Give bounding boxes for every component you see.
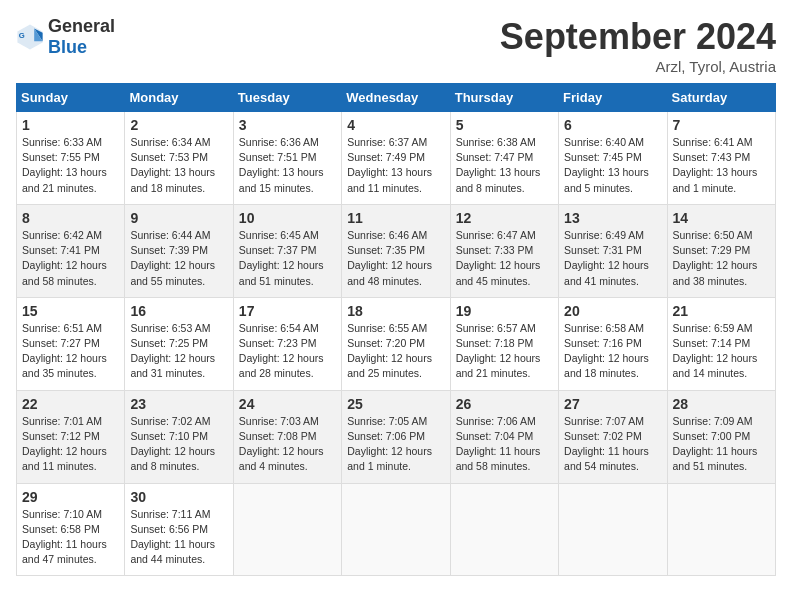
calendar-cell: 3Sunrise: 6:36 AMSunset: 7:51 PMDaylight… (233, 112, 341, 205)
logo-blue: Blue (48, 37, 87, 57)
day-info: Sunrise: 6:46 AMSunset: 7:35 PMDaylight:… (347, 228, 444, 289)
calendar-cell: 1Sunrise: 6:33 AMSunset: 7:55 PMDaylight… (17, 112, 125, 205)
logo-general: General (48, 16, 115, 36)
calendar-cell: 8Sunrise: 6:42 AMSunset: 7:41 PMDaylight… (17, 204, 125, 297)
day-number: 10 (239, 210, 336, 226)
calendar-cell: 19Sunrise: 6:57 AMSunset: 7:18 PMDayligh… (450, 297, 558, 390)
day-info: Sunrise: 7:02 AMSunset: 7:10 PMDaylight:… (130, 414, 227, 475)
calendar-cell: 21Sunrise: 6:59 AMSunset: 7:14 PMDayligh… (667, 297, 775, 390)
calendar-cell: 10Sunrise: 6:45 AMSunset: 7:37 PMDayligh… (233, 204, 341, 297)
calendar-cell: 30Sunrise: 7:11 AMSunset: 6:56 PMDayligh… (125, 483, 233, 576)
day-number: 7 (673, 117, 770, 133)
calendar-week-row: 29Sunrise: 7:10 AMSunset: 6:58 PMDayligh… (17, 483, 776, 576)
calendar-cell: 18Sunrise: 6:55 AMSunset: 7:20 PMDayligh… (342, 297, 450, 390)
day-info: Sunrise: 6:38 AMSunset: 7:47 PMDaylight:… (456, 135, 553, 196)
calendar-cell: 11Sunrise: 6:46 AMSunset: 7:35 PMDayligh… (342, 204, 450, 297)
day-info: Sunrise: 6:45 AMSunset: 7:37 PMDaylight:… (239, 228, 336, 289)
calendar-cell: 7Sunrise: 6:41 AMSunset: 7:43 PMDaylight… (667, 112, 775, 205)
calendar-cell: 23Sunrise: 7:02 AMSunset: 7:10 PMDayligh… (125, 390, 233, 483)
day-info: Sunrise: 6:47 AMSunset: 7:33 PMDaylight:… (456, 228, 553, 289)
day-number: 3 (239, 117, 336, 133)
day-info: Sunrise: 6:53 AMSunset: 7:25 PMDaylight:… (130, 321, 227, 382)
calendar-cell: 9Sunrise: 6:44 AMSunset: 7:39 PMDaylight… (125, 204, 233, 297)
calendar-cell (667, 483, 775, 576)
day-info: Sunrise: 6:41 AMSunset: 7:43 PMDaylight:… (673, 135, 770, 196)
day-info: Sunrise: 6:44 AMSunset: 7:39 PMDaylight:… (130, 228, 227, 289)
day-info: Sunrise: 6:59 AMSunset: 7:14 PMDaylight:… (673, 321, 770, 382)
calendar-cell: 27Sunrise: 7:07 AMSunset: 7:02 PMDayligh… (559, 390, 667, 483)
calendar-cell: 25Sunrise: 7:05 AMSunset: 7:06 PMDayligh… (342, 390, 450, 483)
weekday-header-wednesday: Wednesday (342, 84, 450, 112)
calendar-cell: 26Sunrise: 7:06 AMSunset: 7:04 PMDayligh… (450, 390, 558, 483)
day-number: 23 (130, 396, 227, 412)
calendar-cell: 4Sunrise: 6:37 AMSunset: 7:49 PMDaylight… (342, 112, 450, 205)
calendar-cell: 13Sunrise: 6:49 AMSunset: 7:31 PMDayligh… (559, 204, 667, 297)
calendar-cell: 5Sunrise: 6:38 AMSunset: 7:47 PMDaylight… (450, 112, 558, 205)
calendar-cell: 22Sunrise: 7:01 AMSunset: 7:12 PMDayligh… (17, 390, 125, 483)
day-info: Sunrise: 7:05 AMSunset: 7:06 PMDaylight:… (347, 414, 444, 475)
day-info: Sunrise: 7:03 AMSunset: 7:08 PMDaylight:… (239, 414, 336, 475)
calendar-cell: 15Sunrise: 6:51 AMSunset: 7:27 PMDayligh… (17, 297, 125, 390)
day-info: Sunrise: 6:42 AMSunset: 7:41 PMDaylight:… (22, 228, 119, 289)
day-number: 29 (22, 489, 119, 505)
day-info: Sunrise: 7:09 AMSunset: 7:00 PMDaylight:… (673, 414, 770, 475)
calendar-cell (233, 483, 341, 576)
day-info: Sunrise: 6:40 AMSunset: 7:45 PMDaylight:… (564, 135, 661, 196)
calendar-week-row: 8Sunrise: 6:42 AMSunset: 7:41 PMDaylight… (17, 204, 776, 297)
day-info: Sunrise: 6:51 AMSunset: 7:27 PMDaylight:… (22, 321, 119, 382)
calendar-cell: 14Sunrise: 6:50 AMSunset: 7:29 PMDayligh… (667, 204, 775, 297)
day-info: Sunrise: 7:07 AMSunset: 7:02 PMDaylight:… (564, 414, 661, 475)
location-subtitle: Arzl, Tyrol, Austria (500, 58, 776, 75)
day-number: 24 (239, 396, 336, 412)
day-number: 15 (22, 303, 119, 319)
calendar-week-row: 1Sunrise: 6:33 AMSunset: 7:55 PMDaylight… (17, 112, 776, 205)
weekday-header-saturday: Saturday (667, 84, 775, 112)
calendar-cell (450, 483, 558, 576)
day-number: 26 (456, 396, 553, 412)
day-number: 8 (22, 210, 119, 226)
weekday-header-row: SundayMondayTuesdayWednesdayThursdayFrid… (17, 84, 776, 112)
day-info: Sunrise: 6:33 AMSunset: 7:55 PMDaylight:… (22, 135, 119, 196)
logo-wordmark: General Blue (48, 16, 115, 58)
day-number: 20 (564, 303, 661, 319)
day-info: Sunrise: 6:55 AMSunset: 7:20 PMDaylight:… (347, 321, 444, 382)
day-info: Sunrise: 7:06 AMSunset: 7:04 PMDaylight:… (456, 414, 553, 475)
day-info: Sunrise: 6:54 AMSunset: 7:23 PMDaylight:… (239, 321, 336, 382)
day-number: 2 (130, 117, 227, 133)
day-info: Sunrise: 7:01 AMSunset: 7:12 PMDaylight:… (22, 414, 119, 475)
day-number: 4 (347, 117, 444, 133)
day-info: Sunrise: 6:58 AMSunset: 7:16 PMDaylight:… (564, 321, 661, 382)
weekday-header-sunday: Sunday (17, 84, 125, 112)
calendar-week-row: 15Sunrise: 6:51 AMSunset: 7:27 PMDayligh… (17, 297, 776, 390)
day-number: 5 (456, 117, 553, 133)
day-number: 12 (456, 210, 553, 226)
page-header: G General Blue September 2024 Arzl, Tyro… (16, 16, 776, 75)
day-number: 13 (564, 210, 661, 226)
day-number: 27 (564, 396, 661, 412)
day-number: 19 (456, 303, 553, 319)
calendar-cell: 12Sunrise: 6:47 AMSunset: 7:33 PMDayligh… (450, 204, 558, 297)
calendar-cell: 16Sunrise: 6:53 AMSunset: 7:25 PMDayligh… (125, 297, 233, 390)
day-info: Sunrise: 7:10 AMSunset: 6:58 PMDaylight:… (22, 507, 119, 568)
day-info: Sunrise: 6:36 AMSunset: 7:51 PMDaylight:… (239, 135, 336, 196)
day-number: 30 (130, 489, 227, 505)
day-info: Sunrise: 7:11 AMSunset: 6:56 PMDaylight:… (130, 507, 227, 568)
svg-text:G: G (19, 31, 25, 40)
calendar-cell: 29Sunrise: 7:10 AMSunset: 6:58 PMDayligh… (17, 483, 125, 576)
weekday-header-tuesday: Tuesday (233, 84, 341, 112)
day-number: 6 (564, 117, 661, 133)
day-number: 25 (347, 396, 444, 412)
day-info: Sunrise: 6:50 AMSunset: 7:29 PMDaylight:… (673, 228, 770, 289)
day-number: 1 (22, 117, 119, 133)
month-title: September 2024 (500, 16, 776, 58)
calendar-table: SundayMondayTuesdayWednesdayThursdayFrid… (16, 83, 776, 576)
calendar-cell: 24Sunrise: 7:03 AMSunset: 7:08 PMDayligh… (233, 390, 341, 483)
day-number: 16 (130, 303, 227, 319)
logo: G General Blue (16, 16, 115, 58)
day-number: 28 (673, 396, 770, 412)
calendar-cell: 28Sunrise: 7:09 AMSunset: 7:00 PMDayligh… (667, 390, 775, 483)
day-info: Sunrise: 6:57 AMSunset: 7:18 PMDaylight:… (456, 321, 553, 382)
weekday-header-monday: Monday (125, 84, 233, 112)
calendar-cell: 2Sunrise: 6:34 AMSunset: 7:53 PMDaylight… (125, 112, 233, 205)
weekday-header-thursday: Thursday (450, 84, 558, 112)
